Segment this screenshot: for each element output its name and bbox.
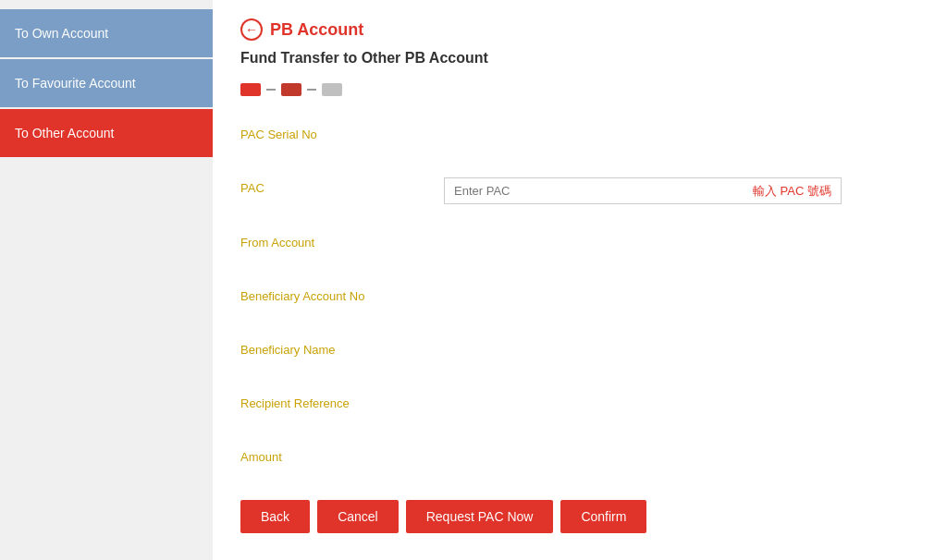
amount-label: Amount xyxy=(240,446,444,464)
form-section: PAC Serial No PAC 輸入 PAC 號碼 From Account xyxy=(240,124,919,533)
pac-label: PAC xyxy=(240,177,444,195)
progress-step-2 xyxy=(281,83,301,96)
step-connector-1 xyxy=(266,89,276,91)
pac-serial-label: PAC Serial No xyxy=(240,124,444,141)
sidebar: To Own Account To Favourite Account To O… xyxy=(0,0,213,560)
progress-step-3 xyxy=(322,83,342,96)
button-row: Back Cancel Request PAC Now Confirm xyxy=(240,500,919,533)
beneficiary-name-label: Beneficiary Name xyxy=(240,339,444,357)
pac-row: PAC 輸入 PAC 號碼 xyxy=(240,177,919,204)
sidebar-item-other-account[interactable]: To Other Account xyxy=(0,109,213,157)
sidebar-item-favourite-account-label: To Favourite Account xyxy=(15,76,136,91)
beneficiary-account-label: Beneficiary Account No xyxy=(240,286,444,303)
sidebar-item-favourite-account[interactable]: To Favourite Account xyxy=(0,59,213,107)
progress-step-1 xyxy=(240,83,261,96)
back-button[interactable]: Back xyxy=(240,500,310,533)
sidebar-item-other-account-label: To Other Account xyxy=(15,126,114,140)
page-title: PB Account xyxy=(270,20,363,40)
from-account-row: From Account xyxy=(240,232,919,258)
step-connector-2 xyxy=(307,89,316,91)
recipient-reference-row: Recipient Reference xyxy=(240,393,919,419)
request-pac-button[interactable]: Request PAC Now xyxy=(406,500,554,533)
beneficiary-account-row: Beneficiary Account No xyxy=(240,286,919,311)
page-header: ← PB Account xyxy=(240,18,919,41)
pac-input[interactable] xyxy=(445,178,744,203)
cancel-button[interactable]: Cancel xyxy=(317,500,399,533)
pac-hint: 輸入 PAC 號碼 xyxy=(744,179,841,203)
main-content: ← PB Account Fund Transfer to Other PB A… xyxy=(213,0,947,560)
from-account-label: From Account xyxy=(240,232,444,250)
page-subtitle: Fund Transfer to Other PB Account xyxy=(240,50,919,67)
amount-row: Amount xyxy=(240,446,919,472)
pac-input-wrapper: 輸入 PAC 號碼 xyxy=(444,177,842,204)
beneficiary-name-row: Beneficiary Name xyxy=(240,339,919,365)
pac-serial-row: PAC Serial No xyxy=(240,124,919,150)
back-arrow-icon: ← xyxy=(245,22,258,37)
confirm-button[interactable]: Confirm xyxy=(560,500,646,533)
pac-control: 輸入 PAC 號碼 xyxy=(444,177,906,204)
recipient-reference-label: Recipient Reference xyxy=(240,393,444,410)
sidebar-item-own-account[interactable]: To Own Account xyxy=(0,9,213,57)
back-icon[interactable]: ← xyxy=(240,18,263,41)
progress-steps xyxy=(240,83,919,96)
sidebar-item-own-account-label: To Own Account xyxy=(15,26,108,41)
